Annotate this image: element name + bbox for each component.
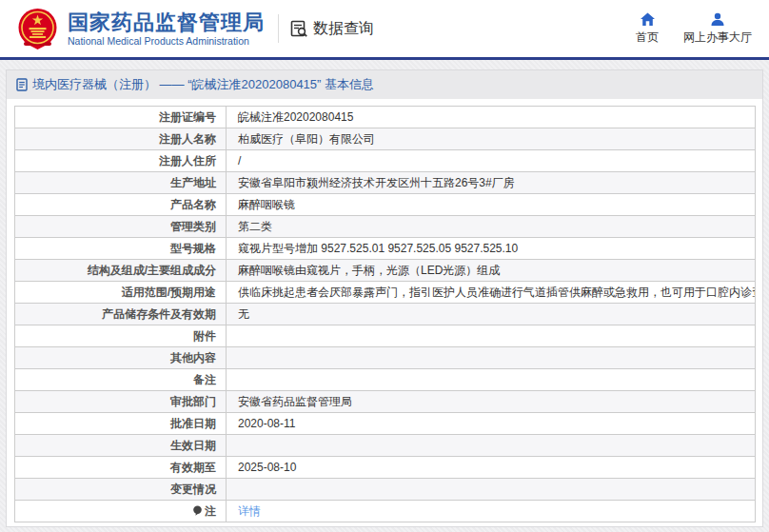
table-row: 型号规格窥视片型号增加 9527.525.01 9527.525.05 9527… — [15, 238, 756, 260]
row-value: 2020-08-11 — [227, 413, 756, 435]
table-row: 注册证编号皖械注准20202080415 — [15, 107, 756, 128]
table-row: 批准日期2020-08-11 — [15, 413, 756, 435]
table-row: 审批部门安徽省药品监督管理局 — [15, 391, 756, 413]
data-query-tab[interactable]: 数据查询 — [290, 19, 374, 39]
table-row: 变更情况 — [15, 479, 756, 501]
org-name-cn: 国家药品监督管理局 — [68, 10, 265, 35]
row-label: 注 — [15, 501, 227, 522]
row-value — [227, 369, 756, 391]
national-emblem-logo[interactable] — [15, 7, 60, 51]
row-label: 批准日期 — [15, 413, 227, 435]
registration-info-table: 注册证编号皖械注准20202080415注册人名称柏威医疗（阜阳）有限公司注册人… — [14, 106, 756, 522]
table-row: 管理类别第二类 — [15, 216, 756, 238]
row-label: 型号规格 — [15, 238, 227, 260]
row-label: 有效期至 — [15, 457, 227, 479]
row-value — [227, 347, 756, 369]
nav-home[interactable]: 首页 — [636, 12, 659, 46]
home-icon — [640, 12, 656, 27]
row-value: 麻醉咽喉镜 — [227, 194, 756, 216]
note-bubble-icon — [192, 505, 203, 516]
table-row: 其他内容 — [15, 347, 756, 369]
row-value: 第二类 — [227, 216, 756, 238]
row-label: 注册人住所 — [15, 150, 227, 172]
table-row: 适用范围/预期用途供临床挑起患者会厌部暴露声门，指引医护人员准确进行气道插管供麻… — [15, 282, 756, 304]
emblem-icon — [15, 7, 60, 51]
data-query-label: 数据查询 — [313, 19, 374, 39]
table-row: 产品名称麻醉咽喉镜 — [15, 194, 756, 216]
row-label: 审批部门 — [15, 391, 227, 413]
row-value: 安徽省药品监督管理局 — [227, 391, 756, 413]
nav-service-hall[interactable]: 网上办事大厅 — [683, 12, 752, 46]
details-link[interactable]: 详情 — [238, 504, 261, 518]
row-label: 管理类别 — [15, 216, 227, 238]
row-value: / — [227, 150, 756, 172]
org-name-en: National Medical Products Administration — [68, 35, 265, 48]
row-value: 无 — [227, 304, 756, 325]
row-label: 产品名称 — [15, 194, 227, 216]
row-value: 麻醉咽喉镜由窥视片，手柄，光源（LED光源）组成 — [227, 260, 756, 282]
table-row: 注详情 — [15, 501, 756, 522]
row-label: 结构及组成/主要组成成分 — [15, 260, 227, 282]
row-value: 柏威医疗（阜阳）有限公司 — [227, 128, 756, 150]
table-row: 注册人住所/ — [15, 150, 756, 172]
row-label: 附件 — [15, 325, 227, 347]
row-label: 备注 — [15, 369, 227, 391]
table-row: 有效期至2025-08-10 — [15, 457, 756, 479]
row-label: 生效日期 — [15, 435, 227, 457]
table-row: 注册人名称柏威医疗（阜阳）有限公司 — [15, 128, 756, 150]
row-label: 注册人名称 — [15, 128, 227, 150]
row-value: 2025-08-10 — [227, 457, 756, 479]
row-value: 安徽省阜阳市颍州经济技术开发区州十五路26号3#厂房 — [227, 172, 756, 194]
row-label: 产品储存条件及有效期 — [15, 304, 227, 325]
org-name-block: 国家药品监督管理局 National Medical Products Admi… — [68, 10, 265, 48]
nav-service-hall-label: 网上办事大厅 — [683, 30, 752, 46]
row-label: 生产地址 — [15, 172, 227, 194]
info-table-body: 注册证编号皖械注准20202080415注册人名称柏威医疗（阜阳）有限公司注册人… — [15, 107, 756, 522]
row-value — [227, 435, 756, 457]
row-value: 供临床挑起患者会厌部暴露声门，指引医护人员准确进行气道插管供麻醉或急救用，也可用… — [227, 282, 756, 304]
document-icon — [16, 78, 28, 91]
doc-search-icon — [290, 20, 308, 38]
nav-home-label: 首页 — [636, 30, 659, 46]
table-row: 附件 — [15, 325, 756, 347]
row-value — [227, 325, 756, 347]
content-panel: 境内医疗器械（注册） —— “皖械注准20202080415” 基本信息 注册证… — [6, 69, 763, 527]
header-nav: 首页 网上办事大厅 — [636, 12, 752, 46]
row-value: 详情 — [227, 501, 756, 522]
row-label: 其他内容 — [15, 347, 227, 369]
person-icon — [710, 12, 725, 27]
table-row: 产品储存条件及有效期无 — [15, 304, 756, 325]
row-label: 适用范围/预期用途 — [15, 282, 227, 304]
page-title-bar: 境内医疗器械（注册） —— “皖械注准20202080415” 基本信息 — [7, 70, 762, 99]
row-value: 皖械注准20202080415 — [227, 107, 756, 128]
row-label: 注册证编号 — [15, 107, 227, 128]
table-row: 生效日期 — [15, 435, 756, 457]
table-row: 备注 — [15, 369, 756, 391]
row-value — [227, 479, 756, 501]
page-title: 境内医疗器械（注册） —— “皖械注准20202080415” 基本信息 — [32, 76, 374, 93]
header-divider — [278, 14, 279, 43]
table-row: 生产地址安徽省阜阳市颍州经济技术开发区州十五路26号3#厂房 — [15, 172, 756, 194]
row-value: 窥视片型号增加 9527.525.01 9527.525.05 9527.525… — [227, 238, 756, 260]
site-header: 国家药品监督管理局 National Medical Products Admi… — [0, 0, 769, 60]
table-row: 结构及组成/主要组成成分麻醉咽喉镜由窥视片，手柄，光源（LED光源）组成 — [15, 260, 756, 282]
row-label: 变更情况 — [15, 479, 227, 501]
